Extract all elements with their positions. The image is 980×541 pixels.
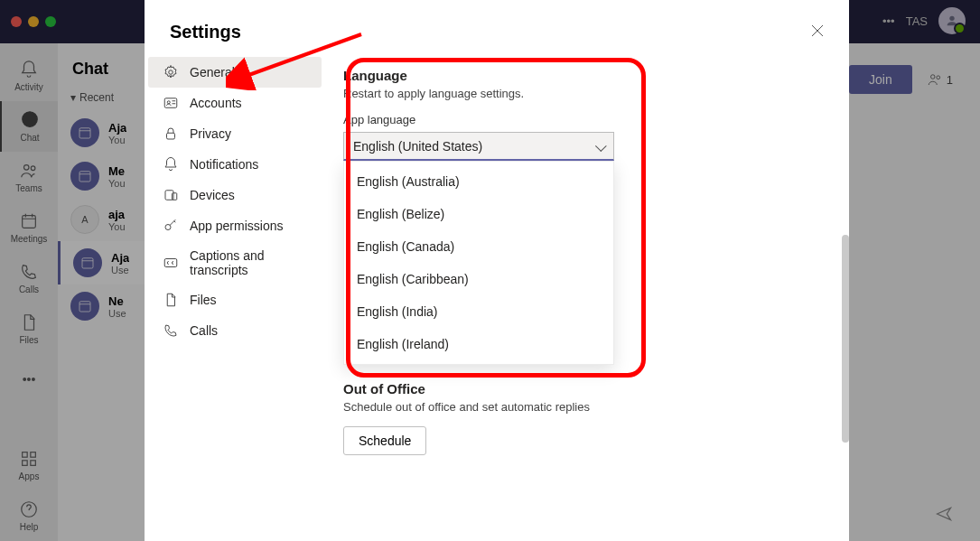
- language-option[interactable]: English (Ireland): [344, 328, 613, 360]
- app-language-select[interactable]: English (United States): [343, 132, 614, 161]
- close-icon[interactable]: [811, 23, 824, 42]
- nav-label: General: [190, 65, 235, 79]
- nav-label: Privacy: [190, 126, 231, 141]
- nav-label: Notifications: [190, 157, 258, 172]
- key-icon: [163, 218, 179, 234]
- language-option[interactable]: English (Belize): [344, 198, 613, 230]
- settings-title: Settings: [170, 22, 241, 42]
- language-section-sub: Restart to apply language settings.: [343, 87, 824, 100]
- cc-icon: [163, 255, 179, 271]
- settings-content: Language Restart to apply language setti…: [325, 53, 849, 540]
- svg-rect-24: [164, 259, 177, 267]
- language-option[interactable]: English (Canada): [344, 230, 613, 263]
- settings-nav-privacy[interactable]: Privacy: [148, 118, 322, 149]
- settings-nav-devices[interactable]: Devices: [148, 180, 322, 210]
- settings-nav-general[interactable]: General: [148, 57, 322, 88]
- schedule-button[interactable]: Schedule: [343, 426, 426, 455]
- svg-rect-22: [173, 193, 177, 201]
- settings-nav-captions[interactable]: Captions and transcripts: [148, 241, 322, 284]
- svg-point-23: [165, 225, 171, 230]
- settings-nav-files[interactable]: Files: [148, 284, 322, 315]
- app-language-label: App language: [343, 113, 824, 126]
- language-option[interactable]: English (India): [344, 295, 613, 328]
- ooo-title: Out of Office: [343, 381, 824, 396]
- lock-icon: [163, 126, 179, 142]
- scrollbar[interactable]: [842, 235, 849, 443]
- language-option[interactable]: English (Caribbean): [344, 263, 613, 295]
- device-icon: [163, 187, 179, 203]
- language-section-title: Language: [343, 68, 824, 83]
- settings-nav-notifications[interactable]: Notifications: [148, 149, 322, 180]
- ooo-sub: Schedule out of office and set automatic…: [343, 400, 824, 414]
- nav-label: Calls: [190, 323, 218, 338]
- nav-label: App permissions: [190, 219, 284, 233]
- language-dropdown: English (Australia) English (Belize) Eng…: [343, 161, 614, 365]
- bell-icon: [163, 156, 179, 173]
- file-icon: [163, 292, 179, 308]
- gear-icon: [163, 64, 179, 80]
- svg-point-19: [167, 101, 170, 104]
- settings-modal: Settings General Accounts Privacy Notifi…: [145, 0, 849, 541]
- settings-nav: General Accounts Privacy Notifications D…: [145, 53, 325, 540]
- settings-nav-accounts[interactable]: Accounts: [148, 88, 322, 118]
- svg-rect-18: [164, 98, 177, 108]
- phone-icon: [163, 322, 179, 339]
- svg-rect-20: [167, 133, 175, 139]
- svg-point-17: [169, 70, 173, 75]
- nav-label: Accounts: [190, 96, 242, 110]
- settings-nav-app-permissions[interactable]: App permissions: [148, 210, 322, 241]
- settings-nav-calls[interactable]: Calls: [148, 315, 322, 346]
- person-card-icon: [163, 95, 179, 111]
- language-option[interactable]: English (Australia): [344, 165, 613, 198]
- nav-label: Devices: [190, 188, 235, 202]
- nav-label: Files: [190, 293, 217, 307]
- select-value: English (United States): [353, 139, 482, 154]
- nav-label: Captions and transcripts: [190, 248, 307, 277]
